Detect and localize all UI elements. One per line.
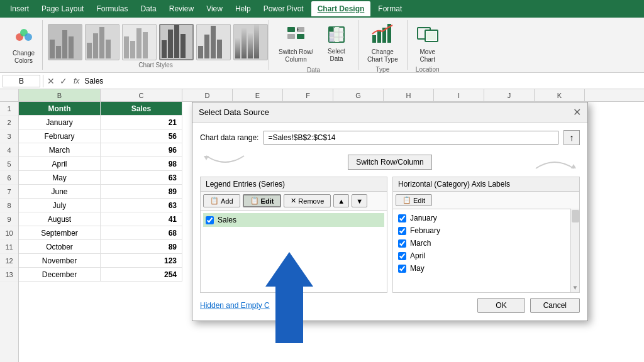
axis-item-january[interactable]: January: [396, 212, 569, 224]
move-chart-button[interactable]: MoveChart: [413, 20, 443, 66]
table-row: May63: [19, 171, 182, 185]
cancel-button[interactable]: Cancel: [530, 298, 580, 313]
col-header-f[interactable]: F: [283, 89, 333, 101]
axis-checkbox-february[interactable]: [398, 227, 406, 235]
axis-item-february[interactable]: February: [396, 224, 569, 237]
legend-down-button[interactable]: ▼: [352, 194, 367, 207]
cell-sales[interactable]: 41: [101, 212, 182, 226]
cell-sales[interactable]: 254: [101, 268, 182, 282]
axis-checkbox-march[interactable]: [398, 239, 406, 248]
col-header-i[interactable]: I: [434, 89, 484, 101]
legend-remove-button[interactable]: ✕ Remove: [284, 194, 331, 207]
tab-view[interactable]: View: [201, 2, 228, 16]
axis-item-april[interactable]: April: [396, 250, 569, 262]
table-row: December254: [19, 268, 182, 282]
cell-sales[interactable]: 98: [101, 157, 182, 171]
move-chart-label: MoveChart: [420, 48, 435, 63]
legend-item-sales[interactable]: Sales: [203, 213, 384, 227]
chart-data-range-picker-button[interactable]: ↑: [564, 130, 580, 145]
cell-sales[interactable]: 68: [101, 226, 182, 240]
cell-sales[interactable]: 89: [101, 185, 182, 199]
col-header-k[interactable]: K: [535, 89, 585, 101]
name-box[interactable]: [3, 75, 40, 87]
formula-confirm-icon[interactable]: ✓: [58, 76, 69, 86]
cell-month-header[interactable]: Month: [19, 102, 101, 116]
cell-month[interactable]: January: [19, 116, 101, 129]
cell-sales-header[interactable]: Sales: [101, 102, 182, 116]
cell-month[interactable]: October: [19, 240, 101, 254]
cell-month[interactable]: July: [19, 199, 101, 212]
tab-power-pivot[interactable]: Power Pivot: [258, 2, 309, 16]
ribbon-location-section: MoveChart Location: [408, 20, 448, 70]
chart-data-range-label: Chart data range:: [200, 133, 258, 142]
tab-page-layout[interactable]: Page Layout: [36, 2, 89, 16]
legend-checkbox-sales[interactable]: [206, 216, 214, 224]
cell-month[interactable]: April: [19, 157, 101, 171]
chart-swatch-3[interactable]: [122, 24, 157, 60]
axis-checkbox-january[interactable]: [398, 214, 406, 222]
change-colors-icon[interactable]: [13, 26, 35, 48]
cell-sales[interactable]: 63: [101, 199, 182, 212]
cell-month[interactable]: December: [19, 268, 101, 282]
axis-checkbox-april[interactable]: [398, 252, 406, 260]
select-data-button[interactable]: SelectData: [320, 21, 353, 66]
cell-sales[interactable]: 89: [101, 240, 182, 254]
cell-month[interactable]: June: [19, 185, 101, 199]
table-row: March96: [19, 143, 182, 157]
ok-button[interactable]: OK: [477, 298, 525, 313]
axis-edit-button[interactable]: 📋 Edit: [396, 194, 432, 206]
ribbon-tabs: Insert Page Layout Formulas Data Review …: [0, 0, 644, 18]
legend-add-button[interactable]: 📋 Add: [203, 194, 240, 207]
cell-month[interactable]: March: [19, 143, 101, 157]
chart-swatch-6[interactable]: [233, 24, 268, 60]
chart-swatch-5[interactable]: [196, 24, 231, 60]
edit-icon: 📋: [250, 197, 259, 205]
tab-insert[interactable]: Insert: [5, 2, 34, 16]
axis-item-march[interactable]: March: [396, 237, 569, 250]
col-header-c[interactable]: C: [101, 89, 182, 101]
tab-help[interactable]: Help: [230, 2, 256, 16]
switch-row-col-dialog-button[interactable]: Switch Row/Column: [348, 155, 431, 170]
cell-month[interactable]: November: [19, 254, 101, 268]
col-header-j[interactable]: J: [484, 89, 535, 101]
tab-formulas[interactable]: Formulas: [91, 2, 133, 16]
col-header-g[interactable]: G: [333, 89, 384, 101]
col-header-h[interactable]: H: [384, 89, 434, 101]
col-header-e[interactable]: E: [233, 89, 283, 101]
cell-month[interactable]: September: [19, 226, 101, 240]
formula-cancel-icon[interactable]: ✕: [46, 76, 56, 86]
chart-swatch-2[interactable]: [85, 24, 119, 60]
table-row: July63: [19, 199, 182, 212]
select-data-dialog: Select Data Source ✕ Chart data range: ↑: [192, 102, 588, 321]
col-header-d[interactable]: D: [182, 89, 233, 101]
col-header-b[interactable]: B: [19, 89, 101, 101]
column-headers: B C D E F G H I J K: [0, 89, 644, 102]
legend-up-button[interactable]: ▲: [333, 194, 349, 207]
chart-swatch-4[interactable]: [159, 24, 194, 60]
tab-format[interactable]: Format: [373, 2, 407, 16]
chart-data-range-input[interactable]: [264, 131, 558, 145]
legend-edit-button[interactable]: 📋 Edit: [243, 194, 282, 207]
switch-row-col-button[interactable]: Switch Row/Column: [274, 20, 318, 67]
tab-data[interactable]: Data: [135, 2, 161, 16]
cell-sales[interactable]: 96: [101, 143, 182, 157]
cell-month[interactable]: August: [19, 212, 101, 226]
cell-sales[interactable]: 123: [101, 254, 182, 268]
cell-sales[interactable]: 21: [101, 116, 182, 129]
change-chart-type-button[interactable]: ChangeChart Type: [364, 20, 402, 66]
cell-month[interactable]: February: [19, 129, 101, 143]
cell-month[interactable]: May: [19, 171, 101, 185]
svg-rect-9: [329, 33, 334, 37]
axis-checkbox-may[interactable]: [398, 265, 406, 273]
dialog-close-button[interactable]: ✕: [573, 106, 581, 118]
axis-item-may[interactable]: May: [396, 262, 569, 275]
fx-label: fx: [71, 77, 82, 85]
chart-swatch-1[interactable]: [48, 24, 82, 60]
tab-review[interactable]: Review: [164, 2, 199, 16]
hidden-empty-cells-link[interactable]: Hidden and Empty C: [200, 301, 270, 310]
table-row: October89: [19, 240, 182, 254]
svg-marker-23: [204, 156, 209, 160]
cell-sales[interactable]: 63: [101, 171, 182, 185]
cell-sales[interactable]: 56: [101, 129, 182, 143]
tab-chart-design[interactable]: Chart Design: [311, 1, 371, 16]
